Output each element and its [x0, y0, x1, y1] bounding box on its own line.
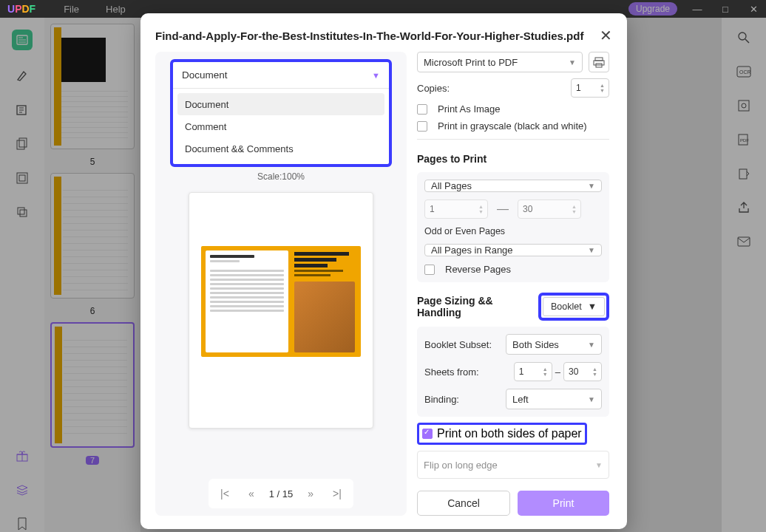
pager-prev-icon[interactable]: « [244, 486, 259, 501]
window-close-icon[interactable]: ✕ [748, 4, 759, 15]
odd-even-select[interactable]: All Pages in Range▼ [424, 244, 602, 256]
stepper-arrows-icon[interactable]: ▲▼ [600, 80, 607, 96]
cancel-button[interactable]: Cancel [417, 491, 510, 516]
sizing-mode-select[interactable]: Booklet▼ [543, 297, 605, 316]
print-settings-pane: Microsoft Print to PDF▼ Copies: 1▲▼ Prin… [414, 52, 612, 516]
option-document-comments[interactable]: Document && Comments [177, 137, 384, 160]
option-comment[interactable]: Comment [177, 115, 384, 137]
close-icon[interactable]: ✕ [600, 27, 612, 44]
scale-label: Scale:100% [257, 171, 305, 182]
chevron-down-icon: ▼ [569, 58, 576, 66]
print-as-image-checkbox[interactable] [417, 104, 427, 115]
reverse-pages-checkbox[interactable] [424, 265, 435, 275]
preview-pane: Document ▼ Document Comment Document && … [155, 52, 407, 516]
pages-to-print-heading: Pages to Print [417, 153, 609, 165]
reverse-pages-label: Reverse Pages [445, 264, 511, 275]
page-preview [189, 192, 373, 429]
page-range-select[interactable]: All Pages▼ [424, 180, 602, 192]
grayscale-checkbox[interactable] [417, 121, 427, 132]
copies-label: Copies: [417, 83, 450, 94]
binding-label: Binding: [424, 394, 459, 405]
stepper-arrows-icon[interactable]: ▲▼ [478, 201, 486, 217]
chevron-down-icon: ▼ [588, 246, 595, 254]
printer-value: Microsoft Print to PDF [424, 57, 518, 68]
both-sides-label: Print on both sides of paper [437, 427, 582, 440]
stepper-arrows-icon[interactable]: ▲▼ [572, 201, 579, 217]
pager-next-icon[interactable]: » [303, 486, 318, 501]
chevron-down-icon: ▼ [588, 341, 595, 349]
upgrade-button[interactable]: Upgrade [628, 2, 677, 16]
binding-select[interactable]: Left▼ [506, 389, 602, 409]
print-button[interactable]: Print [518, 491, 609, 516]
both-sides-highlight: Print on both sides of paper [417, 423, 587, 445]
pager-first-icon[interactable]: |< [216, 486, 234, 501]
option-document[interactable]: Document [177, 93, 384, 115]
print-as-image-label: Print As Image [438, 103, 501, 115]
sheets-from-input[interactable]: 1▲▼ [514, 362, 552, 381]
grayscale-label: Print in grayscale (black and white) [438, 120, 587, 132]
sheets-to-input[interactable]: 30▲▼ [563, 362, 602, 381]
range-to-input[interactable]: 30▲▼ [518, 200, 581, 219]
pager-last-icon[interactable]: >| [328, 486, 346, 501]
window-maximize-icon[interactable]: □ [720, 4, 731, 15]
chevron-down-icon: ▼ [372, 71, 380, 80]
dialog-title: Find-and-Apply-For-the-Best-Institutes-I… [155, 30, 583, 42]
app-logo: UPDF [7, 3, 35, 15]
range-from-input[interactable]: 1▲▼ [424, 200, 488, 219]
chevron-down-icon: ▼ [588, 301, 597, 312]
window-minimize-icon[interactable]: — [692, 4, 702, 15]
booklet-subset-label: Booklet Subset: [424, 339, 492, 350]
menu-file[interactable]: File [64, 4, 79, 15]
sheets-from-label: Sheets from: [424, 366, 479, 378]
sheets-dash: – [555, 366, 560, 378]
chevron-down-icon: ▼ [588, 182, 595, 190]
svg-rect-22 [595, 58, 603, 61]
copies-input[interactable]: 1▲▼ [571, 78, 609, 98]
sizing-mode-highlight: Booklet▼ [538, 293, 609, 321]
printer-settings-icon[interactable] [589, 52, 609, 72]
range-dash: — [495, 202, 510, 216]
preview-pager: |< « 1 / 15 » >| [209, 479, 353, 508]
chevron-down-icon: ▼ [595, 461, 603, 469]
chevron-down-icon: ▼ [588, 395, 595, 403]
print-content-value: Document [182, 69, 228, 81]
print-content-dropdown: Document ▼ Document Comment Document && … [170, 59, 392, 167]
print-content-options: Document Comment Document && Comments [173, 89, 389, 164]
odd-even-label: Odd or Even Pages [424, 226, 602, 236]
both-sides-checkbox[interactable] [422, 429, 433, 439]
booklet-subset-select[interactable]: Both Sides▼ [506, 334, 602, 355]
print-content-select[interactable]: Document ▼ [173, 62, 389, 89]
pager-position: 1 / 15 [269, 488, 294, 499]
stepper-arrows-icon[interactable]: ▲▼ [592, 364, 600, 380]
printer-select[interactable]: Microsoft Print to PDF▼ [417, 52, 583, 72]
stepper-arrows-icon[interactable]: ▲▼ [543, 364, 550, 380]
print-dialog: Find-and-Apply-For-the-Best-Institutes-I… [140, 13, 627, 529]
svg-rect-23 [594, 61, 604, 65]
page-sizing-heading: Page Sizing && Handling [417, 295, 538, 318]
menu-help[interactable]: Help [106, 4, 126, 15]
flip-select[interactable]: Flip on long edge▼ [417, 451, 609, 479]
